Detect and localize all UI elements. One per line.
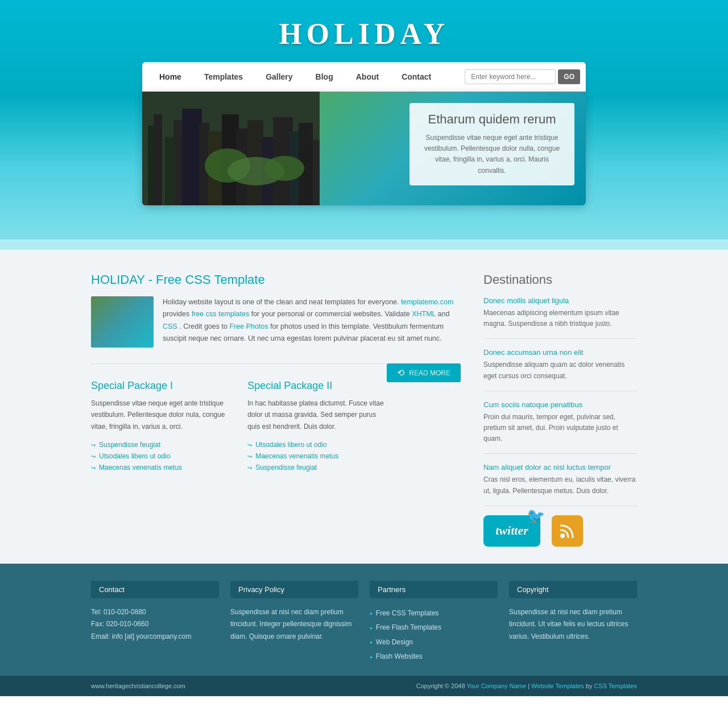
package2-title: Special Package II — [247, 380, 387, 392]
hero-title: Etharum quidem rerum — [421, 112, 563, 127]
free-photos-link[interactable]: Free Photos — [229, 322, 268, 330]
free-css-link[interactable]: free css templates — [192, 310, 249, 318]
footer-contact-email: Email: info [at] yourcompany.com — [91, 631, 219, 643]
nav-contact[interactable]: Contact — [390, 62, 442, 92]
hero-image: Etharum quidem rerum Suspendisse vitae n… — [142, 92, 586, 205]
divider — [91, 363, 387, 364]
flash-websites-link[interactable]: Flash Websites — [376, 651, 423, 663]
hero-body: Suspendisse vitae neque eget ante tristi… — [421, 133, 563, 176]
package2-list: Utsodales libero ut odio Maecenas venena… — [247, 439, 387, 473]
search-button[interactable]: GO — [558, 69, 580, 84]
footer-copyright-text: Suspendisse at nisi nec diam pretium tin… — [509, 606, 637, 643]
about-text-5: . Credit goes to — [179, 322, 229, 330]
footer-copyright-title: Copyright — [509, 581, 637, 598]
footer-privacy: Privacy Policy Suspendisse at nisi nec d… — [230, 581, 358, 664]
read-more-button[interactable]: ⟲ READ MORE — [387, 363, 461, 382]
social-icons: twitter 🐦 — [483, 515, 637, 547]
twitter-icon[interactable]: twitter 🐦 — [483, 515, 540, 547]
dest-item-2: Donec accumsan urna non elit Suspendisse… — [483, 348, 637, 391]
dest-4-title: Nam aliquet dolor ac nisl luctus tempor — [483, 463, 637, 471]
site-title: HOLIDAY — [0, 17, 728, 51]
nav-about[interactable]: About — [345, 62, 390, 92]
svg-rect-5 — [182, 109, 202, 205]
packages: Special Package I Suspendisse vitae nequ… — [91, 380, 387, 473]
dest-item-1: Donec mollis aliquet ligula Maecenas adi… — [483, 296, 637, 339]
xhtml-link[interactable]: XHTML — [412, 310, 436, 318]
package1-list: Suspendisse feugiat Utsodales libero ut … — [91, 439, 230, 473]
about-text-2: provides — [163, 310, 192, 318]
twitter-label: twitter — [495, 523, 528, 538]
footer-partners-title: Partners — [370, 581, 498, 598]
footer-contact-fax: Fax: 020-010-0660 — [91, 618, 219, 631]
package2-item-2: Maecenas venenatis metus — [247, 450, 387, 462]
templatemo-link[interactable]: templatemo.com — [401, 298, 453, 306]
package1-title: Special Package I — [91, 380, 230, 392]
about-text: Holiday website layout is one of the cle… — [163, 296, 461, 348]
footer-bottom: www.heritagechristiancollege.com Copyrig… — [0, 676, 728, 696]
search-input[interactable] — [465, 69, 556, 84]
hero-bg: Etharum quidem rerum Suspendisse vitae n… — [142, 92, 586, 205]
destinations-title: Destinations — [483, 272, 637, 287]
package1-item-2: Utsodales libero ut odio — [91, 450, 230, 462]
hero-area: HOLIDAY Home Templates Gallery Blog Abou… — [0, 0, 728, 239]
dest-item-3: Cum sociis natoque penatibus Proin dui m… — [483, 400, 637, 454]
package1-item-3: Maecenas venenatis metus — [91, 462, 230, 473]
dest-4-text: Cras nisl eros, elementum eu, iaculis vi… — [483, 474, 637, 496]
left-column: HOLIDAY - Free CSS Template Holiday webs… — [91, 272, 461, 547]
rss-icon[interactable] — [552, 515, 583, 547]
footer-copyright: Copyright Suspendisse at nisi nec diam p… — [509, 581, 637, 664]
nav-blog[interactable]: Blog — [304, 62, 345, 92]
dest-2-text: Suspendisse aliquam quam ac dolor venena… — [483, 359, 637, 381]
footer-website: www.heritagechristiancollege.com — [91, 682, 185, 689]
read-more-label: READ MORE — [409, 369, 450, 377]
package2-item-3: Suspendisse feugiat — [247, 462, 387, 473]
nav-container: Home Templates Gallery Blog About Contac… — [142, 62, 586, 92]
package2-item-1: Utsodales libero ut odio — [247, 439, 387, 450]
package2-text: In hac habitasse platea dictumst. Fusce … — [247, 398, 387, 432]
footer-privacy-title: Privacy Policy — [230, 581, 358, 598]
partner-2: Free Flash Templates — [370, 621, 498, 635]
about-title: HOLIDAY - Free CSS Template — [91, 272, 461, 287]
twitter-bird: 🐦 — [527, 507, 545, 525]
separator — [0, 239, 728, 250]
svg-rect-2 — [154, 114, 162, 205]
free-css-templates-link[interactable]: Free CSS Templates — [376, 607, 439, 620]
main-content: HOLIDAY - Free CSS Template Holiday webs… — [0, 250, 728, 564]
css-link[interactable]: CSS — [163, 322, 177, 330]
nav-templates[interactable]: Templates — [193, 62, 254, 92]
nav-links: Home Templates Gallery Blog About Contac… — [148, 62, 465, 92]
footer-privacy-text: Suspendisse at nisi nec diam pretium tin… — [230, 606, 358, 643]
dest-3-title: Cum sociis natoque penatibus — [483, 400, 637, 409]
package-2: Special Package II In hac habitasse plat… — [247, 380, 387, 473]
web-design-link[interactable]: Web Design — [376, 636, 413, 649]
hero-wrapper: Etharum quidem rerum Suspendisse vitae n… — [142, 92, 586, 205]
footer-partners-list: Free CSS Templates Free Flash Templates … — [370, 606, 498, 664]
right-column: Destinations Donec mollis aliquet ligula… — [483, 272, 637, 547]
about-text-4: and — [438, 310, 450, 318]
css-templates-link[interactable]: CSS Templates — [594, 682, 637, 689]
nav-gallery[interactable]: Gallery — [254, 62, 304, 92]
footer-contact: Contact Tel: 010-020-0880 Fax: 020-010-0… — [91, 581, 219, 664]
website-templates-link[interactable]: Website Templates — [531, 682, 584, 689]
about-text-1: Holiday website layout is one of the cle… — [163, 298, 399, 306]
dest-2-title: Donec accumsan urna non elit — [483, 348, 637, 357]
nav-home[interactable]: Home — [148, 62, 193, 92]
about-image — [91, 296, 154, 348]
dest-1-title: Donec mollis aliquet ligula — [483, 296, 637, 305]
company-name-link[interactable]: Your Company Name — [466, 682, 526, 689]
footer-partners: Partners Free CSS Templates Free Flash T… — [370, 581, 498, 664]
about-text-3: for your personal or commercial websites… — [251, 310, 412, 318]
package-1: Special Package I Suspendisse vitae nequ… — [91, 380, 230, 473]
package1-item-1: Suspendisse feugiat — [91, 439, 230, 450]
footer-copy-text: Copyright © 2048 Your Company Name | Web… — [416, 682, 637, 689]
content-wrap: HOLIDAY - Free CSS Template Holiday webs… — [91, 272, 637, 547]
package1-text: Suspendisse vitae neque eget ante tristi… — [91, 398, 230, 432]
nav-search: GO — [465, 69, 580, 84]
footer-bottom-inner: www.heritagechristiancollege.com Copyrig… — [91, 682, 637, 689]
free-flash-templates-link[interactable]: Free Flash Templates — [376, 622, 441, 634]
dest-1-text: Maecenas adipiscing elementum ipsum vita… — [483, 308, 637, 329]
dest-3-text: Proin dui mauris, tempor eget, pulvinar … — [483, 412, 637, 445]
footer-contact-tel: Tel: 010-020-0880 — [91, 606, 219, 619]
partner-4: Flash Websites — [370, 650, 498, 664]
site-title-wrap: HOLIDAY — [0, 17, 728, 51]
